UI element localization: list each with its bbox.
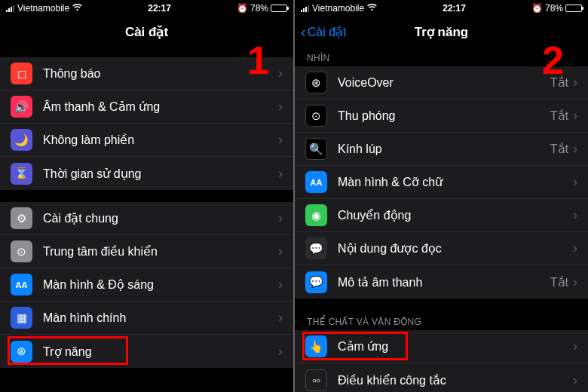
chevron-right-icon: › xyxy=(573,174,577,190)
settings-row-general[interactable]: ⚙Cài đặt chung› xyxy=(0,202,293,235)
row-label: Cài đặt chung xyxy=(43,211,278,225)
row-label: Màn hình & Cỡ chữ xyxy=(338,175,573,189)
row-label: Kính lúp xyxy=(338,142,550,156)
touch-icon: 👆 xyxy=(305,335,327,357)
row-label: Mô tả âm thanh xyxy=(338,275,550,289)
battery-pct: 78% xyxy=(250,3,268,14)
home-icon: ▦ xyxy=(11,307,32,329)
step-marker-2: 2 xyxy=(542,38,564,83)
wifi-icon xyxy=(367,4,377,13)
chevron-right-icon: › xyxy=(278,344,283,360)
row-label: Màn hình & Độ sáng xyxy=(43,277,278,292)
chevron-right-icon: › xyxy=(573,108,577,124)
row-value: Tắt xyxy=(550,275,568,289)
chevron-right-icon: › xyxy=(573,338,577,354)
chevron-right-icon: › xyxy=(573,75,577,90)
settings-row-zoom[interactable]: ⊙Thu phóngTắt› xyxy=(295,100,588,133)
settings-row-motion[interactable]: ◉Chuyển động› xyxy=(295,199,588,232)
carrier-label: Vietnamobile xyxy=(312,3,364,14)
settings-row-display[interactable]: AAMàn hình & Độ sáng› xyxy=(0,268,293,302)
chevron-right-icon: › xyxy=(278,132,283,148)
chevron-right-icon: › xyxy=(278,277,283,292)
switch-icon: ▫▫ xyxy=(305,369,327,391)
chevron-right-icon: › xyxy=(573,240,577,256)
row-label: Thông báo xyxy=(43,67,278,81)
chevron-right-icon: › xyxy=(573,207,577,223)
screentime-icon: ⌛ xyxy=(11,163,32,185)
chevron-left-icon: ‹ xyxy=(301,24,306,39)
chevron-right-icon: › xyxy=(278,310,283,326)
control-icon: ⊙ xyxy=(11,240,32,262)
chevron-right-icon: › xyxy=(278,166,283,182)
settings-list[interactable]: ◻︎Thông báo›🔊Âm thanh & Cảm ứng›🌙Không l… xyxy=(0,47,293,392)
settings-row-screentime[interactable]: ⌛Thời gian sử dụng› xyxy=(0,157,293,190)
settings-row-textsize[interactable]: AAMàn hình & Cỡ chữ› xyxy=(295,166,588,199)
back-button[interactable]: ‹ Cài đặt xyxy=(301,24,346,39)
row-label: Thu phóng xyxy=(338,109,550,123)
battery-icon xyxy=(271,5,287,12)
step-marker-1: 1 xyxy=(247,38,269,83)
chevron-right-icon: › xyxy=(278,243,283,259)
settings-row-sound[interactable]: 🔊Âm thanh & Cảm ứng› xyxy=(0,90,293,124)
settings-row-switch[interactable]: ▫▫Điều khiển công tắc› xyxy=(295,363,588,392)
back-label: Cài đặt xyxy=(308,25,347,39)
settings-group: ⊛VoiceOverTắt›⊙Thu phóngTắt›🔍Kính lúpTắt… xyxy=(295,66,588,299)
zoom-icon: ⊙ xyxy=(305,105,327,127)
status-bar: Vietnamobile 22:17 ⏰ 78% xyxy=(0,0,293,17)
row-label: Âm thanh & Cảm ứng xyxy=(43,100,278,114)
row-label: Không làm phiền xyxy=(43,133,278,147)
page-title: Cài đặt xyxy=(125,24,168,40)
page-title: Trợ năng xyxy=(415,24,468,40)
voiceover-icon: ⊛ xyxy=(305,72,327,93)
settings-group: ⚙Cài đặt chung›⊙Trung tâm điều khiển›AAM… xyxy=(0,202,293,368)
chevron-right-icon: › xyxy=(573,274,577,290)
alarm-icon: ⏰ xyxy=(237,3,248,14)
battery-icon xyxy=(565,5,582,12)
row-value: Tắt xyxy=(550,109,568,123)
magnify-icon: 🔍 xyxy=(305,138,327,160)
settings-row-dnd[interactable]: 🌙Không làm phiền› xyxy=(0,124,293,157)
row-label: Điều khiển công tắc xyxy=(338,373,573,387)
carrier-label: Vietnamobile xyxy=(17,3,69,14)
settings-screen: Vietnamobile 22:17 ⏰ 78% Cài đặt 1 ◻︎Thô… xyxy=(0,0,293,392)
signal-icon xyxy=(6,5,14,12)
chevron-right-icon: › xyxy=(278,99,283,115)
general-icon: ⚙ xyxy=(11,207,32,229)
chevron-right-icon: › xyxy=(573,141,577,157)
section-header: THỂ CHẤT VÀ VẬN ĐỘNG xyxy=(295,311,588,330)
settings-row-spoken[interactable]: 💬Nội dung được đọc› xyxy=(295,232,588,265)
status-bar: Vietnamobile 22:17 ⏰ 78% xyxy=(295,0,588,17)
row-label: VoiceOver xyxy=(338,76,550,90)
textsize-icon: AA xyxy=(305,171,327,193)
row-label: Trung tâm điều khiển xyxy=(43,244,278,259)
spoken-icon: 💬 xyxy=(305,237,327,259)
row-label: Cảm ứng xyxy=(338,339,573,354)
notif-icon: ◻︎ xyxy=(11,63,32,84)
settings-row-access[interactable]: ⊛Trợ năng› xyxy=(0,335,293,368)
access-icon: ⊛ xyxy=(11,341,32,363)
settings-group: 👆Cảm ứng›▫▫Điều khiển công tắc› xyxy=(295,330,588,392)
chevron-right-icon: › xyxy=(573,372,577,388)
row-label: Màn hình chính xyxy=(43,311,278,325)
settings-row-magnify[interactable]: 🔍Kính lúpTắt› xyxy=(295,133,588,166)
wifi-icon xyxy=(72,4,82,13)
settings-row-control[interactable]: ⊙Trung tâm điều khiển› xyxy=(0,235,293,268)
sound-icon: 🔊 xyxy=(11,96,32,118)
battery-pct: 78% xyxy=(545,3,563,14)
accessibility-list[interactable]: NHÌN⊛VoiceOverTắt›⊙Thu phóngTắt›🔍Kính lú… xyxy=(295,47,588,392)
clock: 22:17 xyxy=(82,3,237,14)
settings-row-audio[interactable]: 💬Mô tả âm thanhTắt› xyxy=(295,265,588,299)
chevron-right-icon: › xyxy=(278,210,283,226)
signal-icon xyxy=(301,5,309,12)
alarm-icon: ⏰ xyxy=(531,3,543,14)
motion-icon: ◉ xyxy=(305,204,327,226)
clock: 22:17 xyxy=(377,3,531,14)
settings-row-touch[interactable]: 👆Cảm ứng› xyxy=(295,330,588,363)
row-label: Thời gian sử dụng xyxy=(43,167,278,181)
settings-row-home[interactable]: ▦Màn hình chính› xyxy=(0,302,293,335)
row-value: Tắt xyxy=(550,142,568,156)
row-label: Trợ năng xyxy=(43,345,278,359)
audio-icon: 💬 xyxy=(305,271,327,293)
row-label: Nội dung được đọc xyxy=(338,241,573,256)
chevron-right-icon: › xyxy=(278,66,283,81)
